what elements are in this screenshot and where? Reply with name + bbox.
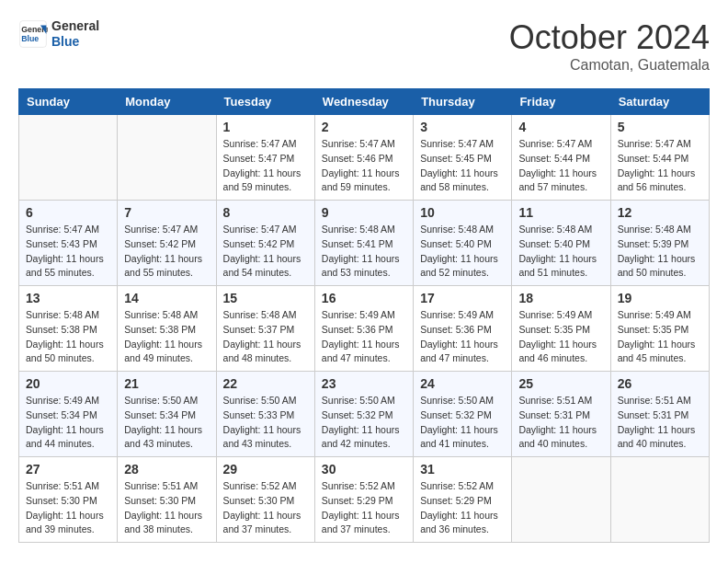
day-info: Sunrise: 5:47 AMSunset: 5:45 PMDaylight:…: [420, 137, 505, 195]
calendar-cell: 5Sunrise: 5:47 AMSunset: 5:44 PMDaylight…: [610, 115, 709, 201]
calendar-cell: 12Sunrise: 5:48 AMSunset: 5:39 PMDayligh…: [610, 201, 709, 286]
day-number: 3: [420, 120, 505, 134]
calendar-cell: 29Sunrise: 5:52 AMSunset: 5:30 PMDayligh…: [216, 457, 314, 543]
day-number: 31: [420, 462, 505, 477]
calendar-cell: 20Sunrise: 5:49 AMSunset: 5:34 PMDayligh…: [19, 372, 118, 457]
day-number: 4: [518, 120, 603, 134]
calendar-cell: 6Sunrise: 5:47 AMSunset: 5:43 PMDaylight…: [19, 201, 118, 286]
calendar-cell: 8Sunrise: 5:47 AMSunset: 5:42 PMDaylight…: [216, 201, 314, 286]
day-info: Sunrise: 5:49 AMSunset: 5:35 PMDaylight:…: [618, 308, 702, 366]
day-number: 7: [124, 205, 209, 220]
calendar-cell: 13Sunrise: 5:48 AMSunset: 5:38 PMDayligh…: [19, 286, 118, 372]
calendar-cell: 31Sunrise: 5:52 AMSunset: 5:29 PMDayligh…: [414, 457, 512, 543]
day-info: Sunrise: 5:52 AMSunset: 5:29 PMDaylight:…: [420, 479, 505, 537]
day-info: Sunrise: 5:47 AMSunset: 5:42 PMDaylight:…: [124, 223, 209, 281]
day-number: 29: [223, 462, 308, 477]
calendar-cell: 4Sunrise: 5:47 AMSunset: 5:44 PMDaylight…: [512, 115, 610, 201]
day-number: 12: [618, 205, 702, 220]
calendar-week-row: 20Sunrise: 5:49 AMSunset: 5:34 PMDayligh…: [19, 372, 710, 457]
calendar-cell: 14Sunrise: 5:48 AMSunset: 5:38 PMDayligh…: [118, 286, 216, 372]
day-number: 10: [420, 205, 505, 220]
day-number: 8: [223, 205, 308, 220]
day-info: Sunrise: 5:50 AMSunset: 5:32 PMDaylight:…: [420, 394, 505, 452]
weekday-header-row: SundayMondayTuesdayWednesdayThursdayFrid…: [19, 89, 710, 115]
day-info: Sunrise: 5:51 AMSunset: 5:30 PMDaylight:…: [124, 479, 209, 537]
day-info: Sunrise: 5:48 AMSunset: 5:41 PMDaylight:…: [322, 223, 406, 281]
calendar-week-row: 1Sunrise: 5:47 AMSunset: 5:47 PMDaylight…: [19, 115, 710, 201]
calendar-cell: 7Sunrise: 5:47 AMSunset: 5:42 PMDaylight…: [118, 201, 216, 286]
day-info: Sunrise: 5:51 AMSunset: 5:31 PMDaylight:…: [618, 394, 702, 452]
day-number: 14: [124, 291, 209, 305]
day-info: Sunrise: 5:47 AMSunset: 5:44 PMDaylight:…: [618, 137, 702, 195]
weekday-header: Tuesday: [216, 89, 314, 115]
day-info: Sunrise: 5:52 AMSunset: 5:30 PMDaylight:…: [223, 479, 308, 537]
calendar-week-row: 13Sunrise: 5:48 AMSunset: 5:38 PMDayligh…: [19, 286, 710, 372]
calendar-cell: 22Sunrise: 5:50 AMSunset: 5:33 PMDayligh…: [216, 372, 314, 457]
logo: General Blue General Blue: [18, 18, 99, 50]
calendar-cell: [118, 115, 216, 201]
calendar-cell: 2Sunrise: 5:47 AMSunset: 5:46 PMDaylight…: [314, 115, 413, 201]
day-number: 19: [618, 291, 702, 305]
day-info: Sunrise: 5:48 AMSunset: 5:37 PMDaylight:…: [223, 308, 308, 366]
calendar-cell: 26Sunrise: 5:51 AMSunset: 5:31 PMDayligh…: [610, 372, 709, 457]
day-info: Sunrise: 5:47 AMSunset: 5:44 PMDaylight:…: [518, 137, 603, 195]
day-number: 15: [223, 291, 308, 305]
day-number: 11: [518, 205, 603, 220]
calendar-cell: 25Sunrise: 5:51 AMSunset: 5:31 PMDayligh…: [512, 372, 610, 457]
calendar-cell: 9Sunrise: 5:48 AMSunset: 5:41 PMDaylight…: [314, 201, 413, 286]
calendar-cell: 15Sunrise: 5:48 AMSunset: 5:37 PMDayligh…: [216, 286, 314, 372]
calendar-cell: 30Sunrise: 5:52 AMSunset: 5:29 PMDayligh…: [314, 457, 413, 543]
day-number: 25: [518, 376, 603, 391]
location-text: Camotan, Guatemala: [509, 57, 710, 74]
day-number: 28: [124, 462, 209, 477]
calendar-cell: 27Sunrise: 5:51 AMSunset: 5:30 PMDayligh…: [19, 457, 118, 543]
calendar-cell: 3Sunrise: 5:47 AMSunset: 5:45 PMDaylight…: [414, 115, 512, 201]
day-info: Sunrise: 5:51 AMSunset: 5:30 PMDaylight:…: [26, 479, 110, 537]
calendar-cell: 18Sunrise: 5:49 AMSunset: 5:35 PMDayligh…: [512, 286, 610, 372]
day-number: 18: [518, 291, 603, 305]
calendar-cell: 24Sunrise: 5:50 AMSunset: 5:32 PMDayligh…: [414, 372, 512, 457]
calendar-cell: 10Sunrise: 5:48 AMSunset: 5:40 PMDayligh…: [414, 201, 512, 286]
calendar-cell: 28Sunrise: 5:51 AMSunset: 5:30 PMDayligh…: [118, 457, 216, 543]
day-number: 2: [322, 120, 406, 134]
calendar-cell: [19, 115, 118, 201]
day-info: Sunrise: 5:48 AMSunset: 5:40 PMDaylight:…: [518, 223, 603, 281]
day-info: Sunrise: 5:47 AMSunset: 5:47 PMDaylight:…: [223, 137, 308, 195]
calendar-cell: 23Sunrise: 5:50 AMSunset: 5:32 PMDayligh…: [314, 372, 413, 457]
day-number: 22: [223, 376, 308, 391]
calendar-table: SundayMondayTuesdayWednesdayThursdayFrid…: [18, 88, 710, 543]
logo-text-blue: Blue: [51, 34, 99, 50]
day-number: 30: [322, 462, 406, 477]
page-header: General Blue General Blue October 2024 C…: [18, 18, 710, 74]
day-info: Sunrise: 5:47 AMSunset: 5:42 PMDaylight:…: [223, 223, 308, 281]
day-info: Sunrise: 5:47 AMSunset: 5:43 PMDaylight:…: [26, 223, 110, 281]
day-info: Sunrise: 5:48 AMSunset: 5:38 PMDaylight:…: [124, 308, 209, 366]
logo-text-general: General: [51, 18, 99, 34]
day-number: 17: [420, 291, 505, 305]
day-number: 13: [26, 291, 110, 305]
calendar-week-row: 27Sunrise: 5:51 AMSunset: 5:30 PMDayligh…: [19, 457, 710, 543]
day-info: Sunrise: 5:48 AMSunset: 5:39 PMDaylight:…: [618, 223, 702, 281]
day-info: Sunrise: 5:51 AMSunset: 5:31 PMDaylight:…: [518, 394, 603, 452]
day-info: Sunrise: 5:49 AMSunset: 5:34 PMDaylight:…: [26, 394, 110, 452]
day-info: Sunrise: 5:47 AMSunset: 5:46 PMDaylight:…: [322, 137, 406, 195]
weekday-header: Monday: [118, 89, 216, 115]
weekday-header: Thursday: [414, 89, 512, 115]
day-number: 21: [124, 376, 209, 391]
calendar-cell: [512, 457, 610, 543]
day-info: Sunrise: 5:48 AMSunset: 5:38 PMDaylight:…: [26, 308, 110, 366]
svg-text:Blue: Blue: [21, 34, 39, 43]
calendar-cell: [610, 457, 709, 543]
calendar-cell: 1Sunrise: 5:47 AMSunset: 5:47 PMDaylight…: [216, 115, 314, 201]
day-info: Sunrise: 5:48 AMSunset: 5:40 PMDaylight:…: [420, 223, 505, 281]
day-info: Sunrise: 5:49 AMSunset: 5:36 PMDaylight:…: [322, 308, 406, 366]
day-number: 24: [420, 376, 505, 391]
weekday-header: Sunday: [19, 89, 118, 115]
month-title: October 2024: [509, 18, 710, 57]
day-number: 1: [223, 120, 308, 134]
title-block: October 2024 Camotan, Guatemala: [509, 18, 710, 74]
day-info: Sunrise: 5:50 AMSunset: 5:34 PMDaylight:…: [124, 394, 209, 452]
calendar-cell: 11Sunrise: 5:48 AMSunset: 5:40 PMDayligh…: [512, 201, 610, 286]
weekday-header: Saturday: [610, 89, 709, 115]
calendar-cell: 16Sunrise: 5:49 AMSunset: 5:36 PMDayligh…: [314, 286, 413, 372]
